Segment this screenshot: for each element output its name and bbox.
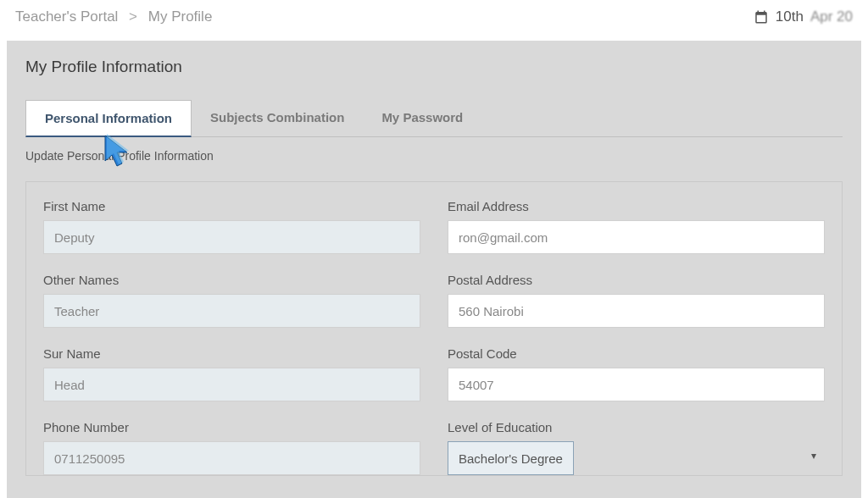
breadcrumb-root[interactable]: Teacher's Portal (15, 8, 118, 25)
input-phone[interactable] (43, 441, 420, 475)
tab-subjects-combination[interactable]: Subjects Combination (192, 100, 363, 136)
field-phone: Phone Number (43, 420, 420, 475)
input-email[interactable] (448, 220, 825, 254)
tab-subhead: Update Personal Profile Information (25, 149, 843, 163)
date-rest: Apr 20 (810, 8, 853, 25)
label-postal-code: Postal Code (448, 346, 825, 361)
panel-title: My Profile Information (25, 58, 843, 76)
input-postal-code[interactable] (448, 368, 825, 401)
input-first-name[interactable] (43, 220, 420, 254)
field-email: Email Address (448, 199, 825, 254)
breadcrumb-current: My Profile (148, 8, 213, 25)
label-email: Email Address (448, 199, 825, 213)
topbar: Teacher's Portal > My Profile 10th Apr 2… (0, 0, 868, 41)
field-sur-name: Sur Name (43, 346, 420, 401)
label-other-names: Other Names (43, 273, 420, 287)
label-education: Level of Education (448, 420, 825, 434)
personal-info-form: First Name Email Address Other Names Pos… (25, 181, 843, 476)
input-sur-name[interactable] (43, 368, 420, 401)
tabs: Personal Information Subjects Combinatio… (25, 100, 843, 137)
label-postal-address: Postal Address (448, 273, 825, 287)
date-display: 10th Apr 20 (754, 8, 853, 25)
date-day: 10th (776, 8, 804, 25)
field-other-names: Other Names (43, 273, 420, 328)
label-sur-name: Sur Name (43, 346, 420, 361)
select-education[interactable]: Bachelor's Degree (448, 441, 574, 475)
profile-panel: My Profile Information Personal Informat… (7, 41, 861, 498)
field-education: Level of Education Bachelor's Degree (448, 420, 825, 475)
field-postal-address: Postal Address (448, 273, 825, 328)
field-postal-code: Postal Code (448, 346, 825, 401)
select-wrap-education: Bachelor's Degree (448, 441, 825, 475)
label-first-name: First Name (43, 199, 420, 213)
breadcrumb-separator: > (129, 8, 137, 25)
input-other-names[interactable] (43, 294, 420, 328)
label-phone: Phone Number (43, 420, 420, 434)
tab-my-password[interactable]: My Password (363, 100, 481, 136)
input-postal-address[interactable] (448, 294, 825, 328)
calendar-icon (754, 9, 769, 25)
tab-personal-information[interactable]: Personal Information (25, 100, 192, 137)
field-first-name: First Name (43, 199, 420, 254)
breadcrumb: Teacher's Portal > My Profile (15, 8, 212, 25)
